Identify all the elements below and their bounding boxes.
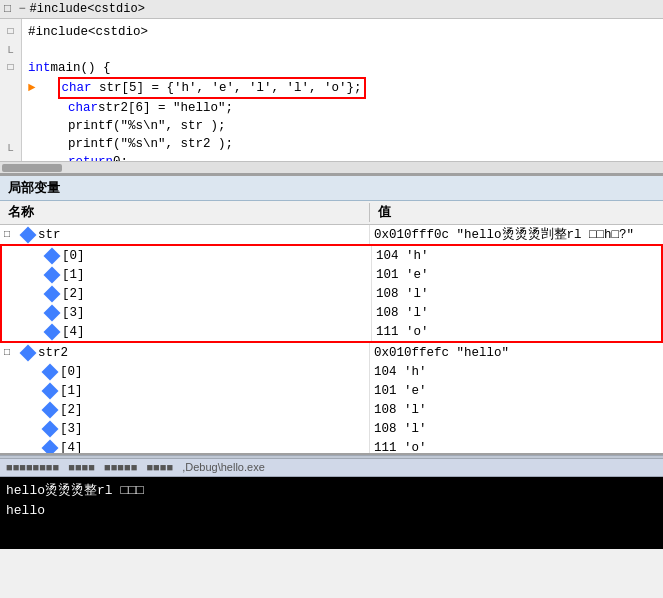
str2-item-2-icon [42, 401, 59, 418]
gutter-4 [2, 77, 19, 89]
str-item-1-icon [44, 266, 61, 283]
str-value-cell: 0x010fff0c "hello烫烫烫剀整rl □□h□?" [370, 225, 663, 244]
str2-item-0-value: 104 'h' [370, 362, 663, 381]
str-item-0-name: [0] [2, 246, 372, 265]
code-line-1: #include<cstdio> [28, 23, 657, 41]
code-line-3: int main() { [28, 59, 657, 77]
code-line-5: char str2[6] = "hello"; [28, 99, 657, 117]
kw-int: int [28, 59, 51, 77]
var-table-header: 名称 值 [0, 201, 663, 225]
code-lines: #include<cstdio> int main() { ► char str… [22, 19, 663, 161]
str-item-2-value: 108 'l' [372, 284, 661, 303]
gutter-3: □ [2, 59, 19, 77]
str-item-0-icon [44, 247, 61, 264]
kw-char-2: char [68, 99, 98, 117]
str-item-4-value: 111 'o' [372, 322, 661, 341]
gutter-6 [2, 102, 19, 114]
str-item-3-label: [3] [62, 306, 85, 320]
str-item-1-value: 101 'e' [372, 265, 661, 284]
code-editor: □ − #include<cstdio> □ L □ L #include<cs… [0, 0, 663, 175]
str-item-2-label: [2] [62, 287, 85, 301]
str-diamond-icon [20, 226, 37, 243]
str-item-1: [1] 101 'e' [2, 265, 661, 284]
char-str-declaration: char str[5] = {'h', 'e', 'l', 'l', 'o'}; [58, 77, 366, 99]
return-val: 0; [113, 153, 128, 161]
str2-item-1-icon [42, 382, 59, 399]
gutter: □ L □ L [0, 19, 22, 161]
gutter-8 [2, 127, 19, 139]
scrollbar-thumb[interactable] [2, 164, 62, 172]
main-sig: main() { [51, 59, 111, 77]
printf-str: printf("%s\n", str ); [68, 117, 226, 135]
str2-item-0: [0] 104 'h' [0, 362, 663, 381]
str-item-1-label: [1] [62, 268, 85, 282]
var-rows-container: □ str 0x010fff0c "hello烫烫烫剀整rl □□h□?" [0… [0, 225, 663, 453]
include-line: #include<cstdio> [30, 2, 145, 16]
str2-item-2-value: 108 'l' [370, 400, 663, 419]
code-line-7: printf("%s\n", str2 ); [28, 135, 657, 153]
arrow-left: ► [28, 79, 36, 97]
str-item-4-label: [4] [62, 325, 85, 339]
str2-diamond-icon [20, 344, 37, 361]
kw-return: return [68, 153, 113, 161]
str2-value-cell: 0x010ffefc "hello" [370, 343, 663, 362]
str-items-highlighted: [0] 104 'h' [1] 101 'e' [0, 244, 663, 343]
str2-item-3-value: 108 'l' [370, 419, 663, 438]
horizontal-scrollbar[interactable] [0, 161, 663, 173]
col-value-header: 值 [370, 203, 663, 222]
str-item-4: [4] 111 'o' [2, 322, 661, 341]
str-item-4-name: [4] [2, 322, 372, 341]
str-group-row: □ str 0x010fff0c "hello烫烫烫剀整rl □□h□?" [0, 225, 663, 244]
str-item-2: [2] 108 'l' [2, 284, 661, 303]
str2-item-0-icon [42, 363, 59, 380]
str2-item-4-icon [42, 439, 59, 453]
str-item-3: [3] 108 'l' [2, 303, 661, 322]
str2-item-3: [3] 108 'l' [0, 419, 663, 438]
str-item-4-icon [44, 323, 61, 340]
console-line-1: hello烫烫烫整rl □□□ [6, 481, 657, 501]
str-item-3-value: 108 'l' [372, 303, 661, 322]
str2-item-2-name: [2] [0, 400, 370, 419]
col-name-header: 名称 [0, 203, 370, 222]
str2-item-4-name: [4] [0, 438, 370, 453]
str-item-3-name: [3] [2, 303, 372, 322]
printf-str2: printf("%s\n", str2 ); [68, 135, 233, 153]
console-panel: ■■■■■■■■ ■■■■ ■■■■■ ■■■■ ,Debug\hello.ex… [0, 459, 663, 549]
str2-item-3-name: [3] [0, 419, 370, 438]
str-name-cell: □ str [0, 225, 370, 244]
str2-item-4-value: 111 'o' [370, 438, 663, 453]
str-item-2-icon [44, 285, 61, 302]
include-text: #include<cstdio> [28, 23, 148, 41]
str2-name-cell: □ str2 [0, 343, 370, 362]
str-item-2-name: [2] [2, 284, 372, 303]
str-item-0: [0] 104 'h' [2, 246, 661, 265]
code-header: □ − #include<cstdio> [0, 0, 663, 19]
str-item-1-name: [1] [2, 265, 372, 284]
str2-group-row: □ str2 0x010ffefc "hello" [0, 343, 663, 362]
code-line-8: return 0; [28, 153, 657, 161]
console-content: hello烫烫烫整rl □□□ hello [0, 477, 663, 549]
str-item-3-icon [44, 304, 61, 321]
gutter-1: □ [2, 23, 19, 41]
str2-name: str2 [38, 346, 68, 360]
str-expand-icon[interactable]: □ [4, 229, 18, 240]
gutter-5 [2, 89, 19, 101]
str2-item-1-name: [1] [0, 381, 370, 400]
code-content: □ L □ L #include<cstdio> int main() { [0, 19, 663, 161]
str-name: str [38, 228, 61, 242]
str2-expand-icon[interactable]: □ [4, 347, 18, 358]
code-line-6: printf("%s\n", str ); [28, 117, 657, 135]
variables-panel: 局部变量 名称 值 □ str 0x010fff0c "hello烫烫烫剀整rl… [0, 175, 663, 455]
code-line-4: ► char str[5] = {'h', 'e', 'l', 'l', 'o'… [28, 77, 657, 99]
gutter-9: L [2, 139, 19, 157]
console-header-text: ■■■■■■■■ ■■■■ ■■■■■ ■■■■ ,Debug\hello.ex… [6, 461, 265, 473]
code-line-2 [28, 41, 657, 59]
collapse-indicator: □ − [4, 2, 26, 16]
str2-item-2: [2] 108 'l' [0, 400, 663, 419]
gutter-7 [2, 114, 19, 126]
str2-item-4: [4] 111 'o' [0, 438, 663, 453]
gutter-2: L [2, 41, 19, 59]
console-line-2: hello [6, 501, 657, 521]
str-value: 0x010fff0c "hello烫烫烫剀整rl □□h□?" [374, 226, 634, 243]
str-item-0-value: 104 'h' [372, 246, 661, 265]
